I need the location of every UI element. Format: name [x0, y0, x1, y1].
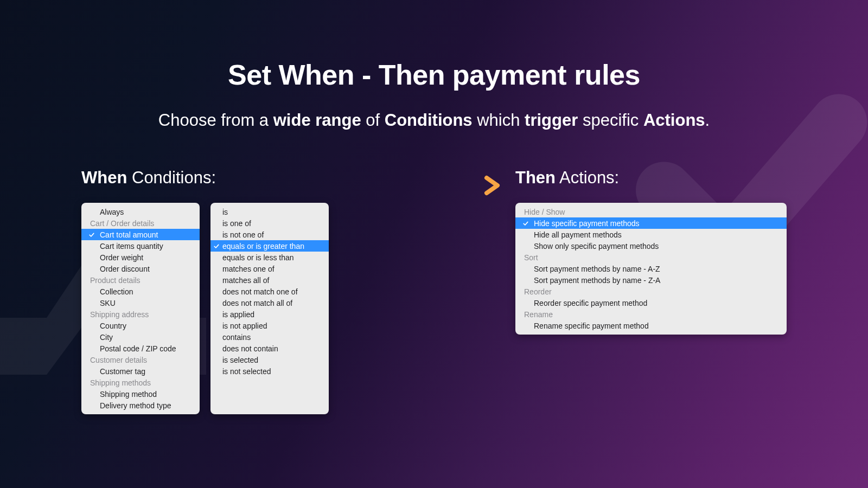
dropdown-item-label: does not match all of [222, 299, 292, 307]
check-icon [213, 242, 220, 250]
dropdown-item[interactable]: Customer tag [81, 365, 200, 377]
arrow-icon [442, 175, 502, 196]
dropdown-item-label: Order discount [100, 265, 150, 273]
dropdown-item-label: is applied [222, 310, 254, 319]
dropdown-item[interactable]: Collection [81, 286, 200, 297]
dropdown-item[interactable]: matches all of [210, 274, 329, 286]
dropdown-item[interactable]: is not applied [210, 320, 329, 331]
dropdown-item-label: is selected [222, 356, 258, 364]
dropdown-item[interactable]: does not match one of [210, 286, 329, 297]
dropdown-item[interactable]: Cart total amount [81, 229, 200, 240]
dropdown-item[interactable]: equals or is less than [210, 252, 329, 263]
dropdown-item-label: Country [100, 322, 126, 330]
dropdown-item[interactable]: is applied [210, 309, 329, 320]
dropdown-item[interactable]: Postal code / ZIP code [81, 343, 200, 354]
dropdown-group-header: Sort [515, 252, 787, 263]
dropdown-item[interactable]: Hide specific payment methods [515, 217, 787, 229]
dropdown-group-header: Customer details [81, 354, 200, 365]
dropdown-item-label: Always [100, 208, 124, 216]
dropdown-item-label: is not selected [222, 367, 271, 376]
dropdown-item[interactable]: Cart items quantity [81, 240, 200, 252]
dropdown-item[interactable]: is [210, 206, 329, 217]
when-column: When Conditions: AlwaysCart / Order deta… [81, 168, 429, 414]
dropdown-item[interactable]: City [81, 331, 200, 343]
dropdown-item-label: City [100, 333, 113, 342]
operators-dropdown[interactable]: isis one ofis not one ofequals or is gre… [210, 203, 329, 414]
dropdown-item-label: Postal code / ZIP code [100, 344, 176, 353]
actions-dropdown[interactable]: Hide / ShowHide specific payment methods… [515, 203, 787, 335]
dropdown-item-label: Sort payment methods by name - Z-A [534, 276, 660, 285]
then-heading: Then Actions: [515, 168, 787, 188]
dropdown-item-label: equals or is less than [222, 253, 294, 262]
dropdown-group-header: Shipping methods [81, 377, 200, 388]
conditions-dropdown[interactable]: AlwaysCart / Order detailsCart total amo… [81, 203, 200, 414]
dropdown-group-header: Reorder [515, 286, 787, 297]
dropdown-item-label: Shipping method [100, 390, 157, 399]
dropdown-item-label: Sort payment methods by name - A-Z [534, 265, 660, 273]
dropdown-item[interactable]: Order discount [81, 263, 200, 274]
dropdown-item[interactable]: Hide all payment methods [515, 229, 787, 240]
dropdown-item[interactable]: Country [81, 320, 200, 331]
dropdown-item[interactable]: Always [81, 206, 200, 217]
dropdown-item[interactable]: is not one of [210, 229, 329, 240]
dropdown-item-label: Cart total amount [100, 230, 158, 239]
dropdown-item-label: Cart items quantity [100, 242, 163, 251]
check-icon [88, 231, 95, 239]
dropdown-item[interactable]: Delivery method type [81, 400, 200, 411]
dropdown-item[interactable]: is selected [210, 354, 329, 365]
dropdown-item[interactable]: matches one of [210, 263, 329, 274]
dropdown-item[interactable]: contains [210, 331, 329, 343]
dropdown-item[interactable]: Shipping method [81, 388, 200, 400]
dropdown-item-label: equals or is greater than [222, 242, 304, 251]
dropdown-item[interactable]: equals or is greater than [210, 240, 329, 252]
dropdown-item-label: Hide all payment methods [534, 230, 622, 239]
check-icon [522, 220, 529, 227]
dropdown-group-header: Cart / Order details [81, 217, 200, 229]
when-heading: When Conditions: [81, 168, 429, 188]
dropdown-group-header: Shipping address [81, 309, 200, 320]
dropdown-item[interactable]: Show only specific payment methods [515, 240, 787, 252]
dropdown-item[interactable]: Sort payment methods by name - Z-A [515, 274, 787, 286]
dropdown-item[interactable]: Reorder specific payment method [515, 297, 787, 309]
hero-subtitle: Choose from a wide range of Conditions w… [0, 111, 868, 130]
dropdown-item[interactable]: Sort payment methods by name - A-Z [515, 263, 787, 274]
dropdown-group-header: Product details [81, 274, 200, 286]
dropdown-item-label: does not contain [222, 344, 278, 353]
dropdown-item-label: matches all of [222, 276, 269, 285]
dropdown-item-label: does not match one of [222, 287, 298, 296]
dropdown-item-label: is not one of [222, 230, 264, 239]
dropdown-item-label: SKU [100, 299, 116, 307]
dropdown-item-label: Order weight [100, 253, 143, 262]
dropdown-group-header: Rename [515, 309, 787, 320]
dropdown-item-label: Collection [100, 287, 133, 296]
then-column: Then Actions: Hide / ShowHide specific p… [515, 168, 787, 335]
dropdown-item[interactable]: does not contain [210, 343, 329, 354]
dropdown-item-label: Delivery method type [100, 401, 171, 410]
dropdown-item[interactable]: SKU [81, 297, 200, 309]
dropdown-item[interactable]: is not selected [210, 365, 329, 377]
dropdown-item[interactable]: Order weight [81, 252, 200, 263]
dropdown-item-label: is one of [222, 219, 251, 228]
dropdown-item[interactable]: is one of [210, 217, 329, 229]
dropdown-item-label: is [222, 208, 228, 216]
dropdown-item-label: Reorder specific payment method [534, 299, 647, 307]
dropdown-group-header: Hide / Show [515, 206, 787, 217]
dropdown-item-label: Show only specific payment methods [534, 242, 659, 251]
dropdown-item-label: Customer tag [100, 367, 145, 376]
hero: Set When - Then payment rules Choose fro… [0, 0, 868, 130]
dropdown-item-label: is not applied [222, 322, 267, 330]
dropdown-item-label: contains [222, 333, 251, 342]
dropdown-item[interactable]: Rename specific payment method [515, 320, 787, 331]
dropdown-item-label: matches one of [222, 265, 275, 273]
hero-title: Set When - Then payment rules [0, 59, 868, 91]
dropdown-item[interactable]: does not match all of [210, 297, 329, 309]
dropdown-item-label: Hide specific payment methods [534, 219, 640, 228]
dropdown-item-label: Rename specific payment method [534, 322, 649, 330]
